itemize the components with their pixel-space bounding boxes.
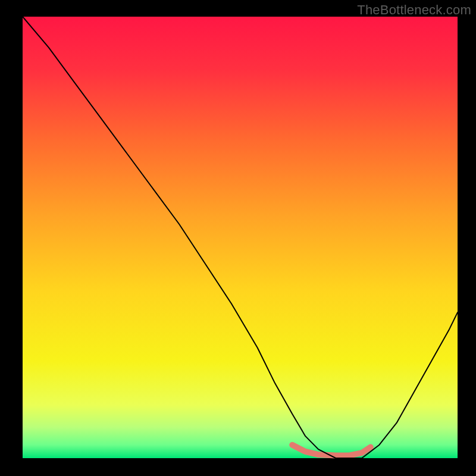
bottleneck-chart [0, 0, 476, 476]
chart-frame: TheBottleneck.com [0, 0, 476, 476]
watermark-text: TheBottleneck.com [357, 2, 471, 18]
plot-background [23, 17, 458, 458]
